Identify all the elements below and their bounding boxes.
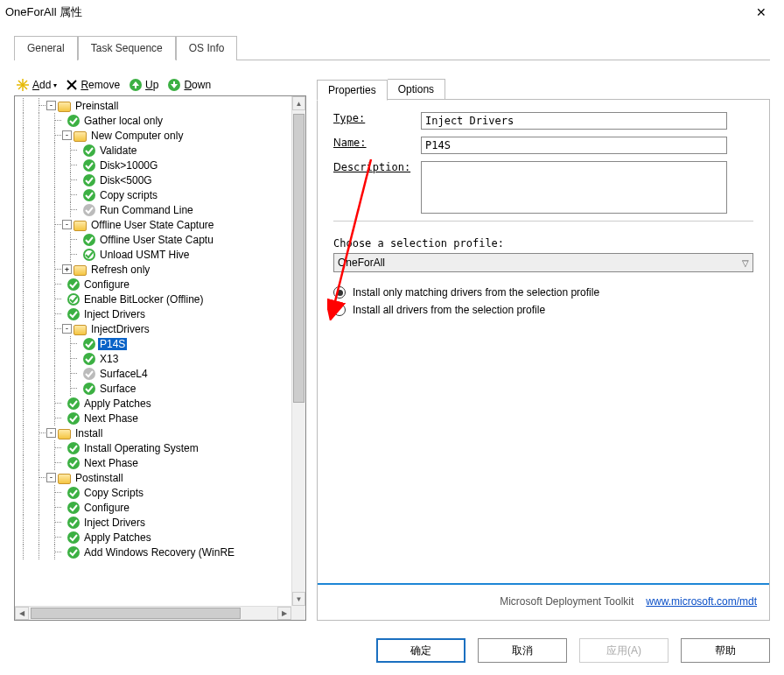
arrow-down-icon xyxy=(167,78,181,92)
arrow-up-icon xyxy=(129,78,143,92)
add-button[interactable]: Add ▾ xyxy=(16,78,57,92)
status-check-icon xyxy=(83,159,95,172)
properties-tab-strip: Properties Options xyxy=(317,79,770,100)
status-check-icon xyxy=(67,546,80,559)
tree-node[interactable]: -Offline User State Capture xyxy=(15,217,291,232)
tree-node[interactable]: Run Command Line xyxy=(15,202,291,217)
collapse-icon[interactable]: - xyxy=(46,101,56,110)
tree-node[interactable]: Inject Drivers xyxy=(15,306,291,321)
folder-icon xyxy=(58,474,71,484)
tree-node[interactable]: Gather local only xyxy=(15,113,291,128)
collapse-icon[interactable]: - xyxy=(62,220,72,229)
collapse-icon[interactable]: - xyxy=(46,473,56,482)
brand-text: Microsoft Deployment Toolkit xyxy=(500,595,634,608)
scroll-down-icon[interactable]: ▼ xyxy=(292,592,305,606)
cancel-button[interactable]: 取消 xyxy=(478,638,567,663)
selection-profile-dropdown[interactable]: OneForAll ▽ xyxy=(333,253,753,272)
scroll-thumb-h[interactable] xyxy=(31,608,241,619)
status-check-icon xyxy=(83,338,95,350)
dialog-button-bar: 确定 取消 应用(A) 帮助 xyxy=(376,638,770,663)
horizontal-scrollbar[interactable]: ◀ ▶ xyxy=(15,606,291,620)
name-field[interactable] xyxy=(421,137,727,154)
tree-node-label: Inject Drivers xyxy=(82,308,147,320)
tree-node-label: Offline User State Capture xyxy=(89,219,216,231)
tree-node[interactable]: Enable BitLocker (Offline) xyxy=(15,292,291,306)
status-check-icon xyxy=(67,442,80,454)
subtab-options[interactable]: Options xyxy=(388,79,445,100)
tab-os-info[interactable]: OS Info xyxy=(176,36,238,60)
radio-install-all[interactable] xyxy=(333,304,346,316)
tree-node[interactable]: Next Phase xyxy=(15,411,291,425)
tree-node[interactable]: -Install xyxy=(15,425,291,440)
description-label: Description: xyxy=(333,161,421,173)
tree-node[interactable]: Disk<500G xyxy=(15,172,291,187)
tree-node[interactable]: Copy scripts xyxy=(15,187,291,202)
tree-node[interactable]: Offline User State Captu xyxy=(15,232,291,247)
scroll-up-icon[interactable]: ▲ xyxy=(292,96,305,110)
tree-node-label: P14S xyxy=(98,338,127,350)
tree-node[interactable]: -InjectDrivers xyxy=(15,321,291,336)
tree-node[interactable]: -Preinstall xyxy=(15,98,291,113)
collapse-icon[interactable]: - xyxy=(46,428,56,438)
tree-node[interactable]: Apply Patches xyxy=(15,530,291,545)
tree-node[interactable]: X13 xyxy=(15,351,291,366)
tree-node[interactable]: Install Operating System xyxy=(15,440,291,455)
tree-node-label: New Computer only xyxy=(89,130,185,142)
help-button[interactable]: 帮助 xyxy=(681,638,770,663)
tab-task-sequence[interactable]: Task Sequence xyxy=(78,36,176,60)
tree-node-label: Enable BitLocker (Offline) xyxy=(82,293,206,306)
subtab-properties[interactable]: Properties xyxy=(317,80,388,101)
x-icon xyxy=(66,79,78,91)
scroll-thumb[interactable] xyxy=(293,114,304,403)
name-label: Name: xyxy=(333,137,421,149)
folder-icon xyxy=(74,265,87,276)
tree-node[interactable]: +Refresh only xyxy=(15,262,291,277)
status-check-icon xyxy=(83,368,95,380)
radio-install-matching-label: Install only matching drivers from the s… xyxy=(353,286,599,299)
tree-node-label: Next Phase xyxy=(82,457,140,469)
tree-node-label: InjectDrivers xyxy=(89,323,151,335)
status-check-icon xyxy=(67,502,80,514)
properties-panel: Type: Name: Description: Choose a select… xyxy=(317,99,770,621)
title-bar: OneForAll 属性 ✕ xyxy=(0,0,784,25)
tree-node[interactable]: -New Computer only xyxy=(15,128,291,143)
ok-button[interactable]: 确定 xyxy=(376,638,466,663)
tree-node-label: Refresh only xyxy=(89,264,151,276)
tree-node[interactable]: Validate xyxy=(15,143,291,158)
tree-node[interactable]: SurfaceL4 xyxy=(15,366,291,381)
scroll-right-icon[interactable]: ▶ xyxy=(277,607,291,620)
expand-icon[interactable]: + xyxy=(62,264,72,274)
chevron-down-icon: ▽ xyxy=(742,258,749,268)
tree-node[interactable]: Next Phase xyxy=(15,455,291,470)
tree-node[interactable]: -Postinstall xyxy=(15,470,291,485)
down-button[interactable]: Down xyxy=(167,78,211,92)
radio-install-matching[interactable] xyxy=(333,286,346,299)
tree-node[interactable]: Unload USMT Hive xyxy=(15,247,291,262)
tree-node[interactable]: P14S xyxy=(15,336,291,351)
tree-node[interactable]: Configure xyxy=(15,277,291,292)
tree-node[interactable]: Add Windows Recovery (WinRE xyxy=(15,545,291,559)
close-button[interactable]: ✕ xyxy=(744,5,779,19)
collapse-icon[interactable]: - xyxy=(62,130,72,140)
collapse-icon[interactable]: - xyxy=(62,324,72,334)
tree-node[interactable]: Surface xyxy=(15,381,291,396)
tree-node[interactable]: Disk>1000G xyxy=(15,158,291,172)
tree-node[interactable]: Apply Patches xyxy=(15,396,291,411)
tree-node-label: Unload USMT Hive xyxy=(98,249,191,261)
tree-node[interactable]: Configure xyxy=(15,500,291,515)
mdt-link[interactable]: www.microsoft.com/mdt xyxy=(646,595,757,608)
up-button[interactable]: Up xyxy=(129,78,158,92)
tree-node[interactable]: Inject Drivers xyxy=(15,515,291,530)
task-sequence-tree[interactable]: -PreinstallGather local only-New Compute… xyxy=(14,95,306,621)
tree-node-label: Configure xyxy=(82,278,131,291)
status-check-icon xyxy=(67,531,80,544)
description-field[interactable] xyxy=(421,161,727,214)
tree-node[interactable]: Copy Scripts xyxy=(15,485,291,500)
scroll-left-icon[interactable]: ◀ xyxy=(15,607,29,620)
tab-general[interactable]: General xyxy=(14,36,78,60)
folder-icon xyxy=(58,429,71,439)
tree-toolbar: Add ▾ Remove Up Down xyxy=(14,78,306,95)
tree-node-label: Install Operating System xyxy=(82,442,200,454)
vertical-scrollbar[interactable]: ▲ ▼ xyxy=(291,96,305,606)
remove-button[interactable]: Remove xyxy=(66,79,120,91)
